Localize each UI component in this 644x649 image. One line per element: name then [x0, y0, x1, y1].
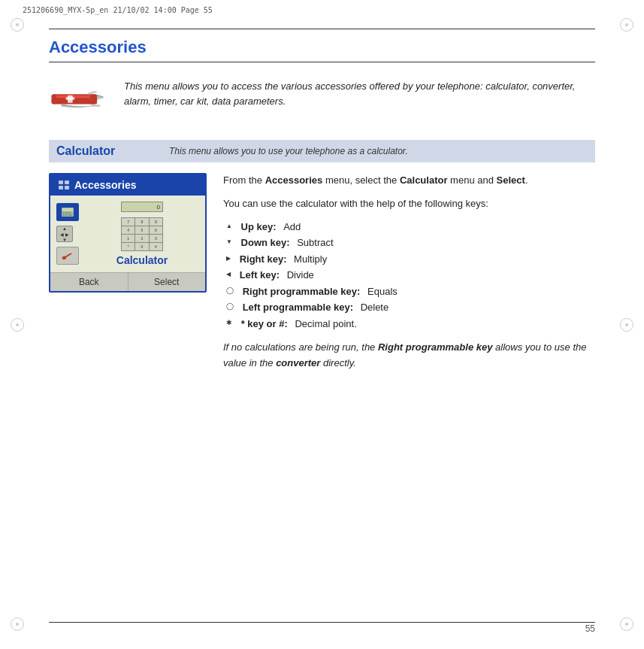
key-item-up: Up key: Add [226, 220, 595, 235]
key-item-right: Right key: Multiply [226, 252, 595, 267]
lpk-name: Left programmable key: [243, 300, 353, 315]
calc-key: 1 [122, 235, 135, 242]
reg-mark-tl [11, 18, 24, 32]
star-key-name: * key or #: [241, 317, 288, 332]
calc-key: 0 [135, 243, 148, 250]
key-item-rpk: Right programmable key: Equals [226, 284, 595, 299]
calc-key: 7 [122, 218, 135, 226]
calc-small-icon [61, 207, 74, 217]
svg-rect-8 [59, 180, 63, 184]
swiss-knife-icon [49, 76, 105, 121]
section-title: Accessories [49, 38, 595, 62]
rpk-desc: Equals [367, 284, 398, 299]
down-key-desc: Subtract [297, 235, 333, 250]
svg-rect-4 [51, 94, 56, 104]
down-key-name: Down key: [241, 235, 290, 250]
star-key-desc: Decimal point. [295, 317, 356, 332]
from-text-paragraph: From the Accessories menu, select the Ca… [223, 173, 595, 189]
calc-display: 0 [121, 202, 163, 212]
svg-rect-19 [68, 214, 72, 216]
up-arrow-icon [226, 220, 232, 231]
top-rule [49, 29, 595, 29]
right-prog-bold-italic: Right programmable key [378, 341, 492, 353]
phone-select-btn[interactable]: Select [128, 273, 206, 291]
phone-calc-label: Calculator [116, 254, 168, 266]
svg-rect-3 [66, 97, 75, 99]
up-key-desc: Add [283, 220, 301, 235]
svg-rect-17 [62, 214, 65, 216]
calc-icon-area: 0 7 8 9 4 5 6 1 2 3 * 0 [85, 202, 199, 266]
calc-key: 5 [135, 226, 148, 234]
star-hash-icon [226, 317, 232, 329]
calc-section-desc: This menu allows you to use your telepho… [169, 146, 408, 156]
svg-rect-5 [89, 94, 97, 104]
phone-body: ▲ ◀ ▶ ▼ [50, 196, 205, 272]
reg-mark-mr [620, 318, 633, 332]
phone-nav-cross: ▲ ◀ ▶ ▼ [56, 226, 73, 242]
left-key-desc: Divide [287, 268, 314, 283]
bottom-rule [49, 622, 595, 623]
svg-rect-11 [65, 186, 69, 190]
key-list: Up key: Add Down key: Subtract [223, 220, 595, 332]
page: 251206690_MYX-5p_en 21/10/02 14:00 Page … [0, 0, 644, 649]
phone-mockup: Accessories [49, 173, 207, 293]
reg-mark-tr [620, 18, 633, 32]
right-key-name: Right key: [240, 252, 287, 267]
key-item-down: Down key: Subtract [226, 235, 595, 250]
right-prog-icon [226, 284, 234, 296]
svg-rect-13 [62, 208, 73, 211]
description-area: From the Accessories menu, select the Ca… [223, 173, 595, 379]
phone-icon-calc [56, 203, 79, 221]
svg-rect-16 [68, 212, 71, 214]
up-key-name: Up key: [241, 220, 277, 235]
key-item-lpk: Left programmable key: Delete [226, 300, 595, 315]
lpk-desc: Delete [361, 300, 389, 315]
phone-accessories-icon [58, 180, 70, 190]
rpk-name: Right programmable key: [243, 284, 361, 299]
key-item-star: * key or #: Decimal point. [226, 317, 595, 332]
svg-rect-10 [59, 186, 63, 190]
calc-section-header: Calculator This menu allows you to use y… [49, 140, 595, 162]
select-bold: Select [497, 174, 525, 186]
accessories-small-icon [61, 250, 74, 261]
svg-rect-18 [65, 214, 68, 216]
calc-key: 3 [150, 235, 162, 242]
can-use-text: You can use the calculator with the help… [223, 196, 595, 212]
accessories-bold: Accessories [265, 174, 323, 186]
phone-header-label: Accessories [74, 179, 137, 191]
note-start: If no calculations are being run, the [223, 341, 375, 353]
phone-icon-accessories [56, 247, 79, 265]
phone-footer: Back Select [50, 272, 205, 291]
svg-rect-15 [65, 212, 68, 214]
left-key-name: Left key: [240, 268, 280, 283]
from-text: From the [223, 174, 262, 186]
converter-bold-italic: converter [276, 357, 320, 368]
key-item-left: Left key: Divide [226, 268, 595, 283]
phone-back-btn[interactable]: Back [50, 273, 128, 291]
reg-mark-br [620, 617, 633, 631]
svg-rect-9 [65, 180, 69, 184]
svg-rect-7 [92, 105, 101, 107]
page-number: 55 [585, 623, 595, 634]
menu-select-text: menu, select the [325, 174, 397, 186]
phone-mockup-header: Accessories [50, 174, 205, 196]
intro-text: This menu allows you to access the vario… [124, 76, 595, 108]
svg-rect-20 [62, 256, 67, 259]
page-header: 251206690_MYX-5p_en 21/10/02 14:00 Page … [23, 6, 621, 14]
reg-mark-bl [11, 617, 24, 631]
note3: directly. [323, 357, 356, 368]
calc-key: 8 [135, 218, 148, 226]
svg-rect-14 [62, 212, 65, 214]
right-arrow-icon [226, 252, 231, 263]
left-prog-icon [226, 300, 234, 312]
left-arrow-icon [226, 268, 231, 279]
calc-key: 4 [122, 226, 135, 234]
calc-key: # [150, 243, 162, 250]
phone-nav-area: ▲ ◀ ▶ ▼ [56, 226, 79, 242]
content: Accessories [49, 38, 595, 611]
calc-key: 2 [135, 235, 148, 242]
calc-key: 9 [150, 218, 162, 226]
calc-section-title: Calculator [56, 144, 154, 158]
select-period: . [525, 174, 528, 186]
intro-block: This menu allows you to access the vario… [49, 76, 595, 123]
